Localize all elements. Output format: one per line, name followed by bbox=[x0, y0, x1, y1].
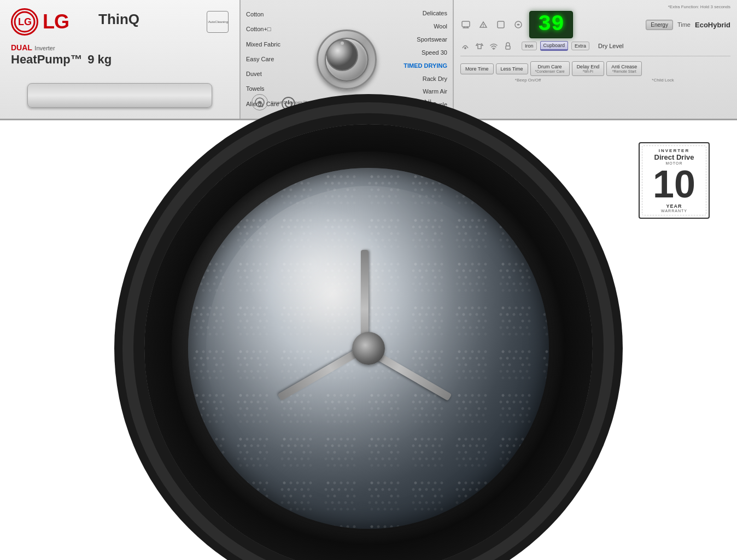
svg-point-13 bbox=[493, 49, 494, 50]
time-label: Time bbox=[677, 21, 691, 28]
drum-center-hub bbox=[352, 332, 385, 365]
machine-body: INVERTER Direct Drive MOTOR 10 YEAR WARR… bbox=[0, 120, 737, 560]
iron-button[interactable]: Iron bbox=[522, 42, 537, 50]
display-icon-2 bbox=[478, 19, 489, 30]
svg-rect-7 bbox=[462, 21, 470, 27]
display-top-row: 39 Energy Time EcoHybrid bbox=[460, 11, 730, 38]
display-top-icons bbox=[460, 19, 524, 30]
cycle-selector-section: Cotton Cotton+□ Mixed Fabric Easy Care D… bbox=[241, 0, 454, 119]
brand-section: LG LG ThinQ DUAL Inverter HeatPump™ 9 kg bbox=[0, 0, 241, 119]
dual-text: DUAL bbox=[11, 43, 32, 52]
svg-point-9 bbox=[483, 26, 484, 27]
smart-diagnosis: Smart Diagnosis™ bbox=[251, 94, 307, 110]
cycle-mixed-fabric: Mixed Fabric bbox=[246, 40, 280, 49]
less-time-button[interactable]: Less Time bbox=[496, 63, 528, 74]
hold-to-start-label: Hold to Start bbox=[414, 108, 442, 113]
display-icon-4 bbox=[513, 19, 524, 30]
cycle-rack-dry: Rack Dry bbox=[403, 75, 447, 83]
bottom-buttons-row: More Time Less Time Drum Care *Condenser… bbox=[460, 61, 730, 76]
cycle-cotton: Cotton bbox=[246, 10, 280, 19]
digital-time-display: 39 bbox=[529, 11, 573, 38]
display-icon-3 bbox=[495, 19, 506, 30]
anti-crease-button[interactable]: Anti Crease *Remote Start bbox=[606, 61, 642, 76]
drum-outer-ring[interactable] bbox=[144, 124, 593, 560]
knob-inner[interactable] bbox=[325, 38, 368, 81]
drum-care-button[interactable]: Drum Care *Condenser Care bbox=[530, 61, 570, 76]
hold-to-start-button[interactable]: ⏯ Hold to Start bbox=[414, 96, 442, 113]
program-knob[interactable] bbox=[317, 30, 377, 90]
thinq-logo: ThinQ bbox=[98, 11, 139, 28]
badge-direct-drive-text: Direct Drive bbox=[654, 153, 694, 162]
brand-subtitle: DUAL Inverter HeatPump™ 9 kg bbox=[11, 43, 229, 67]
cycle-speed-30: Speed 30 bbox=[403, 49, 447, 57]
extra-button[interactable]: Extra bbox=[571, 42, 589, 50]
lg-circle-logo: LG bbox=[11, 8, 38, 36]
lock-icon bbox=[503, 41, 513, 51]
clothes-icon bbox=[475, 41, 484, 51]
cycle-sportswear: Sportswear bbox=[403, 36, 447, 44]
svg-text:LG: LG bbox=[18, 16, 32, 27]
knob-outer[interactable] bbox=[317, 30, 377, 90]
cycle-timed-drying: TIMED DRYING bbox=[403, 62, 447, 70]
display-middle-row: Iron Cupboard Extra Dry Level bbox=[460, 41, 730, 51]
display-section: *Extra Function: Hold 3 seconds bbox=[454, 0, 737, 119]
drum-inner bbox=[188, 168, 549, 529]
indicator-icons bbox=[460, 41, 513, 51]
badge-inverter-text: INVERTER bbox=[659, 148, 689, 153]
auto-cleaning-label: AutoCleaning bbox=[208, 20, 228, 24]
cycle-duvet: Duvet bbox=[246, 70, 280, 78]
wifi-icon bbox=[489, 41, 499, 51]
cycle-delicates: Delicates bbox=[403, 9, 447, 18]
door-handle[interactable] bbox=[27, 83, 212, 108]
cycle-towels: Towels bbox=[246, 85, 280, 93]
dry-level-label: Dry Level bbox=[598, 43, 623, 49]
eco-hybrid-label: EcoHybrid bbox=[695, 21, 730, 29]
cycle-warm-air: Warm Air bbox=[403, 88, 447, 96]
heatpump-text: HeatPump™ bbox=[11, 52, 83, 66]
svg-point-12 bbox=[464, 47, 466, 49]
display-right-options: Energy Time EcoHybrid bbox=[578, 20, 730, 30]
svg-rect-14 bbox=[506, 46, 510, 49]
option-buttons-row: Iron Cupboard Extra Dry Level bbox=[522, 41, 624, 51]
cupboard-button[interactable]: Cupboard bbox=[540, 41, 569, 51]
drum-ring bbox=[172, 151, 565, 545]
svg-rect-10 bbox=[498, 21, 504, 28]
sensor-icon bbox=[460, 41, 470, 51]
auto-cleaning-icon: AutoCleaning bbox=[207, 11, 229, 33]
badge-warranty-text: WARRANTY bbox=[661, 209, 687, 213]
control-panel: LG LG ThinQ DUAL Inverter HeatPump™ 9 kg bbox=[0, 0, 737, 120]
delay-end-button[interactable]: Delay End *Wi-Fi bbox=[572, 61, 605, 76]
notes-row: *Beep On/Off *Child Lock bbox=[460, 78, 730, 83]
drum-spider bbox=[259, 239, 478, 458]
display-number: 39 bbox=[538, 14, 564, 36]
power-button[interactable] bbox=[282, 97, 295, 110]
child-lock-note: *Child Lock bbox=[595, 78, 730, 83]
cycle-wool: Wool bbox=[403, 22, 447, 31]
lg-text: LG bbox=[43, 10, 69, 33]
energy-button[interactable]: Energy bbox=[646, 20, 673, 30]
separator-line bbox=[460, 56, 730, 56]
cycle-easy-care: Easy Care bbox=[246, 55, 280, 63]
display-icon-1 bbox=[460, 19, 471, 30]
play-pause-icon: ⏯ bbox=[414, 96, 442, 108]
direct-drive-badge: INVERTER Direct Drive MOTOR 10 YEAR WARR… bbox=[639, 142, 710, 219]
washing-machine: LG LG ThinQ DUAL Inverter HeatPump™ 9 kg bbox=[0, 0, 737, 560]
beep-note: *Beep On/Off bbox=[460, 78, 595, 83]
capacity-text: 9 kg bbox=[87, 52, 112, 66]
badge-year-text: YEAR bbox=[666, 203, 682, 209]
more-time-button[interactable]: More Time bbox=[460, 63, 494, 74]
smart-diagnosis-icon bbox=[251, 94, 268, 110]
badge-number: 10 bbox=[653, 165, 695, 203]
svg-point-5 bbox=[341, 42, 344, 45]
extra-function-note: *Extra Function: Hold 3 seconds bbox=[460, 4, 730, 9]
inverter-text: Inverter bbox=[34, 45, 55, 51]
badge-motor-text: MOTOR bbox=[666, 161, 683, 165]
cycle-cotton-plus: Cotton+□ bbox=[246, 25, 280, 33]
